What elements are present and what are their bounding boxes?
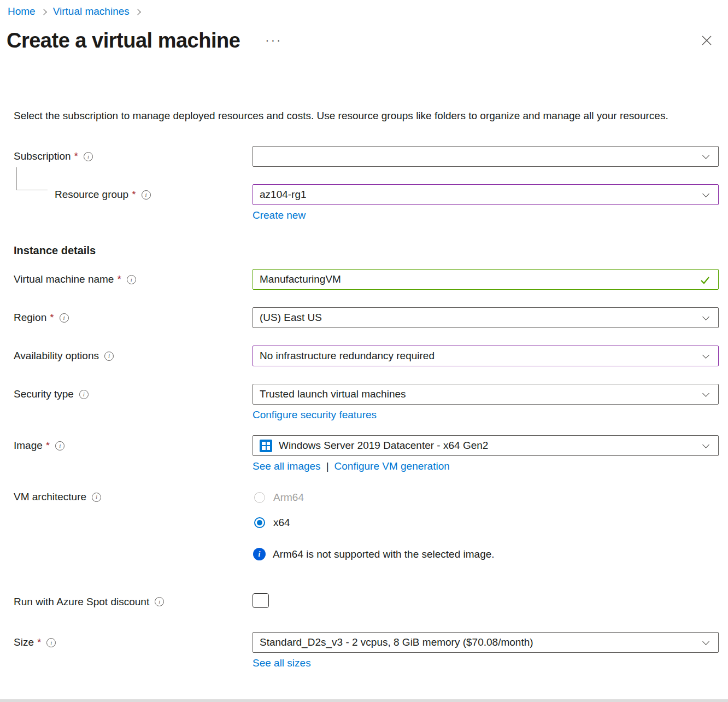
chevron-right-icon bbox=[40, 9, 46, 15]
security-type-value: Trusted launch virtual machines bbox=[260, 388, 406, 400]
vm-name-input-box bbox=[253, 269, 719, 290]
subscription-label-group: Subscription * i bbox=[14, 150, 253, 162]
required-asterisk: * bbox=[50, 312, 54, 324]
chevron-down-icon bbox=[702, 390, 709, 397]
breadcrumb-home-link[interactable]: Home bbox=[8, 5, 36, 17]
breadcrumb-virtual-machines-link[interactable]: Virtual machines bbox=[53, 5, 130, 17]
vm-architecture-label: VM architecture bbox=[14, 491, 86, 503]
bottom-divider bbox=[0, 699, 728, 702]
availability-options-field: No infrastructure redundancy required bbox=[253, 346, 719, 366]
spot-discount-label: Run with Azure Spot discount bbox=[14, 596, 149, 608]
chevron-down-icon bbox=[702, 190, 709, 197]
subscription-label: Subscription bbox=[14, 150, 71, 162]
info-icon[interactable]: i bbox=[55, 441, 64, 451]
info-filled-icon: i bbox=[253, 548, 266, 560]
spot-discount-checkbox[interactable] bbox=[253, 593, 269, 608]
info-icon[interactable]: i bbox=[104, 352, 114, 361]
security-type-label: Security type bbox=[14, 388, 74, 400]
breadcrumb: Home Virtual machines bbox=[0, 0, 728, 17]
security-type-links: Configure security features bbox=[253, 409, 714, 421]
valid-checkmark-icon bbox=[700, 274, 711, 285]
resource-group-label: Resource group bbox=[55, 189, 128, 201]
tree-connector-line bbox=[16, 167, 48, 190]
arm64-radio-option[interactable]: Arm64 bbox=[253, 487, 719, 508]
required-asterisk: * bbox=[74, 150, 78, 162]
chevron-down-icon bbox=[702, 352, 709, 359]
info-icon[interactable]: i bbox=[92, 493, 101, 502]
info-icon[interactable]: i bbox=[142, 190, 151, 200]
size-label-group: Size * i bbox=[14, 636, 253, 648]
spot-discount-label-group: Run with Azure Spot discount i bbox=[14, 596, 253, 608]
arm64-radio-label: Arm64 bbox=[273, 492, 304, 504]
image-links: See all images | Configure VM generation bbox=[253, 460, 714, 472]
close-icon[interactable] bbox=[699, 33, 714, 48]
info-icon[interactable]: i bbox=[155, 597, 164, 606]
availability-options-label-group: Availability options i bbox=[14, 350, 253, 362]
context-menu-ellipsis-icon[interactable]: ··· bbox=[265, 33, 282, 48]
radio-unchecked-icon bbox=[254, 492, 265, 503]
resource-group-label-group: Resource group * i bbox=[14, 189, 253, 201]
image-row: Image * i Windows Server 2019 Datacenter… bbox=[0, 435, 728, 456]
image-label: Image bbox=[14, 440, 43, 452]
subscription-row: Subscription * i bbox=[0, 146, 728, 167]
region-row: Region * i (US) East US bbox=[0, 307, 728, 328]
create-vm-form: Subscription * i Resource group * i bbox=[0, 146, 728, 669]
chevron-down-icon bbox=[702, 313, 709, 320]
chevron-right-icon bbox=[134, 9, 140, 15]
intro-text: Select the subscription to manage deploy… bbox=[14, 107, 703, 124]
radio-checked-icon bbox=[254, 517, 265, 528]
create-new-link[interactable]: Create new bbox=[253, 209, 306, 221]
vm-name-label-group: Virtual machine name * i bbox=[14, 273, 253, 285]
instance-details-heading: Instance details bbox=[14, 244, 728, 257]
see-all-sizes-link[interactable]: See all sizes bbox=[253, 657, 311, 669]
resource-group-row: Resource group * i az104-rg1 bbox=[0, 184, 728, 205]
required-asterisk: * bbox=[46, 440, 50, 452]
region-label-group: Region * i bbox=[14, 312, 253, 324]
x64-radio-label: x64 bbox=[273, 517, 290, 529]
info-icon[interactable]: i bbox=[84, 152, 93, 161]
vm-architecture-row: VM architecture i Arm64 x64 i Arm64 is n… bbox=[0, 487, 728, 560]
region-value: (US) East US bbox=[260, 312, 322, 324]
security-type-dropdown[interactable]: Trusted launch virtual machines bbox=[253, 384, 719, 405]
size-dropdown[interactable]: Standard_D2s_v3 - 2 vcpus, 8 GiB memory … bbox=[253, 632, 719, 653]
spot-discount-field bbox=[253, 593, 719, 610]
page-title: Create a virtual machine bbox=[7, 29, 240, 52]
availability-options-row: Availability options i No infrastructure… bbox=[0, 346, 728, 366]
vm-name-input[interactable] bbox=[260, 273, 694, 285]
region-dropdown[interactable]: (US) East US bbox=[253, 307, 719, 328]
image-field: Windows Server 2019 Datacenter - x64 Gen… bbox=[253, 435, 719, 456]
region-label: Region bbox=[14, 312, 46, 324]
security-type-field: Trusted launch virtual machines bbox=[253, 384, 719, 405]
availability-options-label: Availability options bbox=[14, 350, 99, 362]
image-label-group: Image * i bbox=[14, 440, 253, 452]
info-icon[interactable]: i bbox=[46, 638, 56, 647]
required-asterisk: * bbox=[37, 636, 41, 648]
size-row: Size * i Standard_D2s_v3 - 2 vcpus, 8 Gi… bbox=[0, 632, 728, 653]
resource-group-field: az104-rg1 bbox=[253, 184, 719, 205]
availability-options-dropdown[interactable]: No infrastructure redundancy required bbox=[253, 346, 719, 366]
configure-security-features-link[interactable]: Configure security features bbox=[253, 409, 377, 421]
availability-options-value: No infrastructure redundancy required bbox=[260, 350, 435, 362]
arm64-info-message: Arm64 is not supported with the selected… bbox=[273, 548, 495, 560]
see-all-images-link[interactable]: See all images bbox=[253, 460, 321, 472]
page-header: Create a virtual machine ··· bbox=[7, 26, 714, 55]
resource-group-links: Create new bbox=[253, 209, 714, 221]
image-dropdown[interactable]: Windows Server 2019 Datacenter - x64 Gen… bbox=[253, 435, 719, 456]
vm-name-label: Virtual machine name bbox=[14, 273, 114, 285]
info-icon[interactable]: i bbox=[127, 275, 136, 284]
resource-group-dropdown[interactable]: az104-rg1 bbox=[253, 184, 719, 205]
arm64-info-banner: i Arm64 is not supported with the select… bbox=[253, 548, 719, 560]
link-separator: | bbox=[326, 460, 329, 472]
configure-vm-generation-link[interactable]: Configure VM generation bbox=[334, 460, 450, 472]
size-value: Standard_D2s_v3 - 2 vcpus, 8 GiB memory … bbox=[260, 636, 533, 648]
subscription-field bbox=[253, 146, 719, 167]
security-type-label-group: Security type i bbox=[14, 388, 253, 400]
image-value: Windows Server 2019 Datacenter - x64 Gen… bbox=[279, 440, 488, 452]
create-vm-page: Home Virtual machines Create a virtual m… bbox=[0, 0, 728, 702]
subscription-dropdown[interactable] bbox=[253, 146, 719, 167]
vm-architecture-label-group: VM architecture i bbox=[14, 487, 253, 503]
info-icon[interactable]: i bbox=[60, 313, 69, 323]
x64-radio-option[interactable]: x64 bbox=[253, 512, 719, 534]
size-field: Standard_D2s_v3 - 2 vcpus, 8 GiB memory … bbox=[253, 632, 719, 653]
info-icon[interactable]: i bbox=[79, 390, 89, 399]
